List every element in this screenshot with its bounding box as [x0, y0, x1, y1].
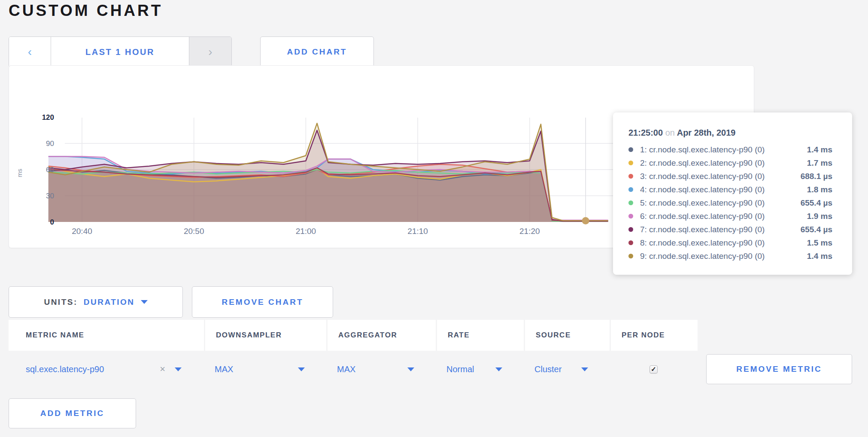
header-rate: RATE [436, 320, 524, 351]
metrics-table: METRIC NAME DOWNSAMPLER AGGREGATOR RATE … [9, 320, 868, 388]
tooltip-series-value: 1.7 ms [807, 158, 832, 168]
tooltip-series-row: 4: cr.node.sql.exec.latency-p90 (0)1.8 m… [628, 183, 832, 196]
series-color-dot [628, 147, 633, 152]
series-color-dot [628, 174, 633, 179]
caret-down-icon [175, 367, 182, 371]
tooltip-series-value: 688.1 µs [801, 172, 832, 181]
y-tick-label: 0 [50, 218, 54, 226]
source-select[interactable]: Cluster [524, 364, 610, 374]
header-source: SOURCE [524, 320, 610, 351]
header-aggregator: AGGREGATOR [326, 320, 436, 351]
series-color-dot [628, 161, 633, 165]
series-color-dot [628, 187, 633, 192]
caret-down-icon [141, 300, 148, 304]
header-metric-name: METRIC NAME [9, 320, 204, 351]
header-per-node: PER NODE [610, 320, 698, 351]
y-tick-label: 90 [46, 140, 54, 148]
tooltip-date: Apr 28th, 2019 [677, 128, 736, 137]
series-color-dot [628, 227, 633, 232]
units-label: UNITS: [44, 297, 77, 307]
aggregator-value: MAX [337, 364, 355, 374]
add-metric-button[interactable]: ADD METRIC [9, 398, 136, 428]
y-tick-label: 60 [46, 166, 54, 174]
downsampler-value: MAX [215, 364, 233, 374]
remove-metric-button[interactable]: REMOVE METRIC [706, 354, 852, 384]
tooltip-series-row: 2: cr.node.sql.exec.latency-p90 (0)1.7 m… [628, 156, 832, 170]
tooltip-series-row: 3: cr.node.sql.exec.latency-p90 (0)688.1… [628, 170, 832, 183]
tooltip-series-label: 7: cr.node.sql.exec.latency-p90 (0) [640, 225, 801, 234]
tooltip-series-label: 8: cr.node.sql.exec.latency-p90 (0) [640, 238, 807, 248]
time-next-button[interactable]: › [189, 37, 231, 67]
chart-controls: UNITS: DURATION REMOVE CHART [9, 286, 333, 318]
header-downsampler: DOWNSAMPLER [204, 320, 326, 351]
x-tick-label: 21:10 [407, 227, 428, 236]
chevron-right-icon: › [208, 46, 212, 58]
tooltip-series-row: 9: cr.node.sql.exec.latency-p90 (0)1.4 m… [628, 249, 832, 263]
caret-down-icon [298, 367, 305, 371]
series-color-dot [628, 254, 633, 258]
tooltip-series-value: 655.4 µs [801, 198, 832, 208]
page-title: CUSTOM CHART [9, 2, 163, 20]
tooltip-series-row: 6: cr.node.sql.exec.latency-p90 (0)1.9 m… [628, 209, 832, 223]
tooltip-time: 21:25:00 [628, 128, 663, 137]
tooltip-series-value: 1.4 ms [807, 252, 832, 261]
table-header-row: METRIC NAME DOWNSAMPLER AGGREGATOR RATE … [9, 320, 868, 351]
time-prev-button[interactable]: ‹ [9, 37, 51, 67]
tooltip-series-value: 1.4 ms [807, 145, 832, 155]
x-tick-label: 20:40 [72, 227, 92, 236]
header-actions [698, 320, 868, 351]
add-chart-button[interactable]: ADD CHART [260, 36, 374, 67]
chart-tooltip: 21:25:00 on Apr 28th, 2019 1: cr.node.sq… [613, 112, 852, 275]
y-axis-title: ms [16, 169, 23, 177]
tooltip-series-row: 1: cr.node.sql.exec.latency-p90 (0)1.4 m… [628, 143, 832, 156]
caret-down-icon [581, 367, 588, 371]
source-value: Cluster [534, 364, 561, 374]
downsampler-select[interactable]: MAX [204, 364, 326, 374]
y-tick-label: 30 [46, 192, 54, 200]
tooltip-series-row: 8: cr.node.sql.exec.latency-p90 (0)1.5 m… [628, 236, 832, 249]
tooltip-series-value: 655.4 µs [801, 225, 832, 234]
caret-down-icon [495, 367, 502, 371]
tooltip-series-label: 1: cr.node.sql.exec.latency-p90 (0) [640, 145, 807, 155]
metric-name-select[interactable]: sql.exec.latency-p90 × [9, 364, 204, 375]
time-range-button[interactable]: LAST 1 HOUR [51, 37, 189, 67]
tooltip-series-label: 4: cr.node.sql.exec.latency-p90 (0) [640, 185, 807, 194]
per-node-cell: ✓ [610, 365, 698, 373]
rate-select[interactable]: Normal [436, 364, 524, 374]
x-tick-label: 21:00 [296, 227, 316, 236]
metric-name-value: sql.exec.latency-p90 [26, 364, 160, 374]
tooltip-series-row: 7: cr.node.sql.exec.latency-p90 (0)655.4… [628, 223, 832, 236]
tooltip-series-row: 5: cr.node.sql.exec.latency-p90 (0)655.4… [628, 196, 832, 209]
hover-point [582, 217, 589, 225]
checkmark-icon: ✓ [651, 365, 656, 373]
toolbar: ‹ LAST 1 HOUR › ADD CHART [9, 36, 374, 67]
units-value: DURATION [84, 297, 135, 307]
series-color-dot [628, 240, 633, 245]
units-dropdown[interactable]: UNITS: DURATION [9, 286, 183, 318]
tooltip-series-label: 3: cr.node.sql.exec.latency-p90 (0) [640, 172, 801, 181]
custom-chart-page: CUSTOM CHART ‹ LAST 1 HOUR › ADD CHART 0… [0, 0, 868, 437]
metric-actions-cell: REMOVE METRIC [698, 354, 868, 384]
aggregator-select[interactable]: MAX [326, 364, 436, 374]
per-node-checkbox[interactable]: ✓ [649, 365, 658, 373]
tooltip-conjunction: on [665, 128, 675, 137]
tooltip-title: 21:25:00 on Apr 28th, 2019 [628, 128, 832, 138]
tooltip-series-label: 5: cr.node.sql.exec.latency-p90 (0) [640, 198, 801, 208]
y-tick-label: 120 [42, 113, 54, 121]
tooltip-series-label: 9: cr.node.sql.exec.latency-p90 (0) [640, 252, 807, 261]
tooltip-series-label: 2: cr.node.sql.exec.latency-p90 (0) [640, 158, 807, 168]
clear-metric-icon[interactable]: × [160, 364, 165, 375]
rate-value: Normal [446, 364, 474, 374]
series-color-dot [628, 200, 633, 205]
tooltip-series-list: 1: cr.node.sql.exec.latency-p90 (0)1.4 m… [628, 143, 832, 263]
remove-chart-button[interactable]: REMOVE CHART [192, 286, 333, 318]
tooltip-series-label: 6: cr.node.sql.exec.latency-p90 (0) [640, 212, 807, 221]
time-range-selector: ‹ LAST 1 HOUR › [9, 36, 232, 67]
x-tick-label: 21:20 [519, 227, 540, 236]
series-color-dot [628, 214, 633, 218]
metric-row: sql.exec.latency-p90 × MAX MAX Normal Cl… [9, 351, 868, 388]
tooltip-series-value: 1.5 ms [807, 238, 832, 248]
chevron-left-icon: ‹ [28, 46, 32, 58]
tooltip-series-value: 1.8 ms [807, 185, 832, 194]
x-tick-label: 20:50 [184, 227, 204, 236]
